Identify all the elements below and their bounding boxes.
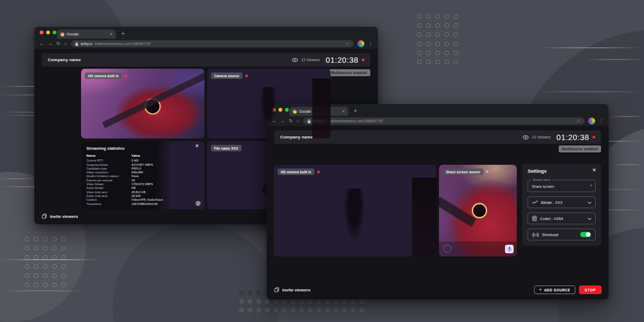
simulcast-toggle[interactable] <box>580 232 591 237</box>
source-name-input[interactable] <box>528 181 595 192</box>
stats-row: Quality limitation reason:None <box>86 174 167 178</box>
bg-streak <box>585 59 644 60</box>
browser-tab[interactable]: Google ✕ <box>57 30 116 39</box>
bitrate-select[interactable]: Bitrate - XXX <box>528 196 596 208</box>
close-icon[interactable]: ✕ <box>592 168 596 173</box>
zoom-window-button[interactable] <box>285 108 289 112</box>
reload-icon[interactable]: ↻ <box>56 41 61 46</box>
stats-row: Outgoing bitrate:4270.857 KBPS <box>86 163 167 167</box>
bg-ring-grid <box>415 12 460 67</box>
bitrate-wave-icon <box>532 200 538 204</box>
tile-label: HD camera built in <box>277 169 320 175</box>
stats-col-name: Name <box>86 153 131 157</box>
session-header-right: 12 Viewers 01:20:38 <box>523 133 595 142</box>
invite-viewers-label: Invite viewers <box>50 214 78 219</box>
session-header: Company name 12 Viewers 01:20:38 <box>42 53 370 67</box>
actions: + ADD SOURCE STOP <box>534 286 602 294</box>
forward-icon[interactable]: → <box>48 41 53 46</box>
stats-row: Codecs:Video/VP8, Audio/Opus <box>86 198 167 202</box>
back-icon[interactable]: ← <box>39 41 44 46</box>
forward-icon[interactable]: → <box>280 119 285 123</box>
company-name: Company name <box>48 57 81 62</box>
google-favicon-icon <box>60 32 64 36</box>
codec-doc-icon <box>532 216 537 221</box>
browser-menu-icon[interactable]: ⋮ <box>368 41 373 46</box>
tab-strip: Google ✕ + <box>34 27 378 39</box>
lock-icon <box>75 42 78 46</box>
close-window-button[interactable] <box>40 31 43 34</box>
tile-label: File name XXX <box>211 145 241 151</box>
stats-row: Candidate type:PRFLX <box>86 167 167 171</box>
bookmark-star-icon[interactable]: ☆ <box>576 119 580 123</box>
live-dot <box>245 75 248 77</box>
source-name-field: Source name ✕ <box>528 180 596 192</box>
session-timer: 01:20:38 <box>326 56 358 64</box>
url-bar: ← → ↻ ⌂ dolby.io /realtimestreaming.com/… <box>34 39 378 49</box>
minimize-window-button[interactable] <box>46 31 50 34</box>
traffic-lights[interactable] <box>40 31 56 34</box>
video-tile-hd-camera[interactable]: HD camera built in <box>274 165 436 257</box>
multisource-badge: Multisource enabled <box>559 145 601 152</box>
stats-row: Frames per second30 <box>86 179 167 182</box>
minimize-window-button[interactable] <box>279 108 282 112</box>
codec-select[interactable]: Codec - H264 <box>528 213 596 224</box>
home-icon[interactable]: ⌂ <box>297 119 299 123</box>
video-tile-camera-source[interactable]: Camera source <box>207 69 331 138</box>
viewers-count: 12 Viewers <box>532 135 551 139</box>
stop-button[interactable]: STOP <box>579 286 602 294</box>
video-tile-stats[interactable]: Streaming statistics Name Value Current … <box>81 141 204 209</box>
copy-icon <box>42 214 47 219</box>
bg-ring-grid <box>23 235 68 289</box>
stats-row: Video total sent:45.812 KB <box>86 191 167 194</box>
session-timer: 01:20:38 <box>557 133 589 142</box>
viewers-eye-icon <box>292 58 298 62</box>
address-bar[interactable]: dolby.io /realtimestreaming.com/19869877… <box>71 40 354 47</box>
codec-label: Codec - H264 <box>540 217 563 221</box>
viewers-count: 12 Viewers <box>301 58 320 62</box>
gear-icon[interactable] <box>195 200 201 207</box>
new-tab-button[interactable]: + <box>354 108 357 114</box>
plus-icon: + <box>539 288 542 292</box>
simulcast-row: Simulcast <box>528 229 596 240</box>
zoom-window-button[interactable] <box>53 31 56 34</box>
url-path: /realtimestreaming.com/1986987787 <box>327 119 384 123</box>
stats-row: Timestamp:1667258642544.58 <box>86 202 167 206</box>
video-tile-hd-camera[interactable]: HD camera built in <box>81 69 204 138</box>
video-tile-share-screen[interactable]: Share screen source <box>439 165 517 257</box>
bottom-bar: Invite viewers + ADD SOURCE STOP <box>274 286 602 294</box>
bg-streak <box>0 290 86 291</box>
invite-viewers-label: Invite viewers <box>282 288 310 292</box>
close-icon[interactable]: ✕ <box>195 144 199 149</box>
new-tab-button[interactable]: + <box>121 31 125 36</box>
clear-icon[interactable]: ✕ <box>589 184 592 187</box>
stop-label: STOP <box>585 288 596 292</box>
stats-header-row: Name Value <box>86 153 167 157</box>
copy-icon <box>274 287 280 292</box>
close-tab-icon[interactable]: ✕ <box>109 32 113 36</box>
reload-icon[interactable]: ↻ <box>289 119 293 123</box>
session-header-right: 12 Viewers 01:20:38 <box>292 56 364 64</box>
mic-button[interactable] <box>505 245 514 253</box>
browser-menu-icon[interactable]: ⋮ <box>599 119 604 123</box>
tile-label: HD camera built in <box>85 72 127 79</box>
live-dot <box>317 171 320 173</box>
tab-title: Google <box>67 32 107 36</box>
company-name: Company name <box>280 135 313 140</box>
add-source-button[interactable]: + ADD SOURCE <box>534 286 575 294</box>
home-icon[interactable]: ⌂ <box>64 41 67 46</box>
url-path: /realtimestreaming.com/1986987787 <box>94 42 151 46</box>
add-source-label: ADD SOURCE <box>544 288 570 292</box>
invite-viewers-button[interactable]: Invite viewers <box>274 287 310 292</box>
bookmark-star-icon[interactable]: ☆ <box>346 42 349 46</box>
close-tab-icon[interactable]: ✕ <box>342 109 345 113</box>
profile-avatar[interactable] <box>357 40 364 47</box>
source-name-label: Source name <box>531 178 552 181</box>
address-bar[interactable]: dolby.io /realtimestreaming.com/19869877… <box>303 118 584 125</box>
bg-streak <box>539 47 641 48</box>
tile-label-text: HD camera built in <box>85 72 122 79</box>
profile-avatar[interactable] <box>588 118 595 125</box>
recording-dot <box>592 136 595 138</box>
invite-viewers-button[interactable]: Invite viewers <box>42 214 78 219</box>
bg-streak <box>609 116 644 117</box>
simulcast-broadcast-icon <box>532 232 539 237</box>
